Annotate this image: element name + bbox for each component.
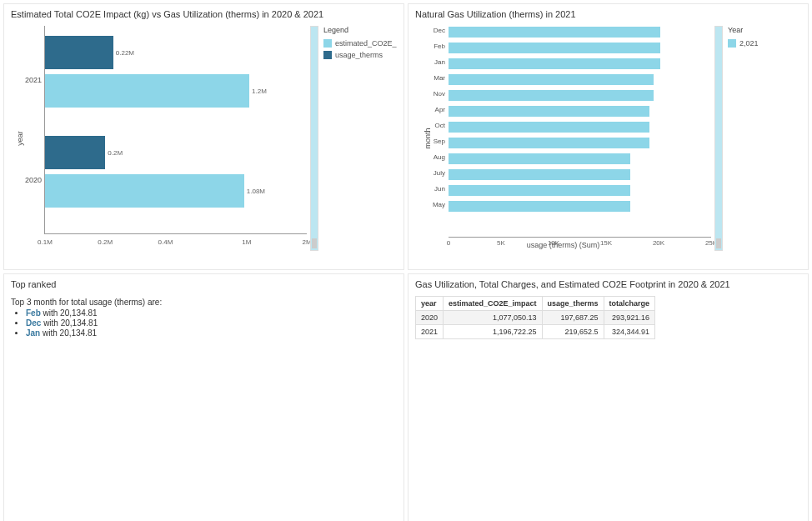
category-2021: 2021 xyxy=(20,76,42,84)
rank-value: with 20,134.81 xyxy=(41,318,98,328)
table-header[interactable]: estimated_CO2E_impact xyxy=(444,297,543,311)
month-label: Aug xyxy=(424,153,445,161)
month-label: Nov xyxy=(424,90,445,98)
legend-label: estimated_CO2E_i... xyxy=(335,39,397,48)
month-bar[interactable] xyxy=(449,43,660,53)
rank-key[interactable]: Jan xyxy=(26,328,40,338)
month-bar[interactable] xyxy=(449,122,649,133)
table-body: 20201,077,050.13197,687.25293,921.162021… xyxy=(416,311,655,339)
chart-area: year 2021 0.22M 1.2M 2020 0.2M 1.08M 0.1… xyxy=(11,26,397,251)
bar-row: Apr xyxy=(449,105,711,118)
table-header-row: yearestimated_CO2E_impactusage_thermstot… xyxy=(416,297,655,311)
month-label: Oct xyxy=(424,122,445,129)
panel-title: Gas Utilization, Total Charges, and Esti… xyxy=(415,279,801,289)
bar-row: Oct xyxy=(449,121,711,133)
legend: Year 2,021 xyxy=(723,26,801,251)
x-axis: 05K10K15K20K25K xyxy=(449,237,711,238)
legend-item-co2e[interactable]: estimated_CO2E_i... xyxy=(323,39,397,48)
month-label: Jun xyxy=(424,185,445,193)
bar-row: July xyxy=(449,168,711,181)
table-cell: 2021 xyxy=(416,325,444,339)
month-bar[interactable] xyxy=(449,106,649,117)
scroll-slider[interactable] xyxy=(714,26,723,251)
bar-2021-co2e[interactable] xyxy=(45,74,249,108)
month-bar[interactable] xyxy=(449,185,630,196)
scroll-slider[interactable] xyxy=(310,26,318,251)
x-tick: 0 xyxy=(447,239,450,247)
table-cell: 219,652.5 xyxy=(542,325,604,339)
x-tick: 0.2M xyxy=(98,238,113,246)
legend-title: Legend xyxy=(323,26,397,34)
table-cell: 324,344.91 xyxy=(604,325,655,339)
legend-title: Year xyxy=(728,26,801,34)
month-bar[interactable] xyxy=(449,58,660,69)
legend-item-year[interactable]: 2,021 xyxy=(728,39,801,48)
plot-area: DecFebJanMarNovAprOctSepAugJulyJunMay xyxy=(449,26,711,226)
month-bar[interactable] xyxy=(449,153,630,164)
x-tick: 0.1M xyxy=(38,238,53,246)
month-bar[interactable] xyxy=(449,201,630,212)
month-label: Mar xyxy=(424,74,445,82)
table-header[interactable]: year xyxy=(416,297,444,311)
rank-value: with 20,134.81 xyxy=(41,308,98,318)
chart-body[interactable]: month DecFebJanMarNovAprOctSepAugJulyJun… xyxy=(415,26,711,251)
legend-label: 2,021 xyxy=(739,39,759,48)
swatch-icon xyxy=(323,39,332,48)
bar-row: Mar xyxy=(449,73,711,86)
bar-row: Aug xyxy=(449,153,711,165)
month-label: Jan xyxy=(424,58,445,66)
bar-2020-usage[interactable] xyxy=(45,136,105,169)
table-header[interactable]: usage_therms xyxy=(542,297,604,311)
plot-area: 2021 0.22M 1.2M 2020 0.2M 1.08M 0.1M 0.2… xyxy=(44,26,307,234)
bar-label: 0.2M xyxy=(108,149,123,157)
chart-area: month DecFebJanMarNovAprOctSepAugJulyJun… xyxy=(415,26,801,251)
rank-item: Dec with 20,134.81 xyxy=(26,318,397,328)
bar-label: 1.2M xyxy=(252,88,267,95)
panel-gas-by-month: Natural Gas Utilization (therms) in 2021… xyxy=(408,3,809,270)
panel-title: Natural Gas Utilization (therms) in 2021 xyxy=(415,9,801,19)
legend-label: usage_therms xyxy=(335,51,383,59)
bar-row: Nov xyxy=(449,89,711,102)
chart-body[interactable]: year 2021 0.22M 1.2M 2020 0.2M 1.08M 0.1… xyxy=(11,26,307,251)
month-label: Sep xyxy=(424,138,445,145)
month-label: Apr xyxy=(424,106,445,113)
month-bar[interactable] xyxy=(449,138,649,148)
table-row[interactable]: 20211,196,722.25219,652.5324,344.91 xyxy=(416,325,655,339)
month-bar[interactable] xyxy=(449,74,654,85)
bar-2020-co2e[interactable] xyxy=(45,174,244,208)
x-tick: 1M xyxy=(242,238,251,246)
table-row[interactable]: 20201,077,050.13197,687.25293,921.16 xyxy=(416,311,655,325)
month-bar[interactable] xyxy=(449,90,654,101)
swatch-icon xyxy=(323,51,332,59)
table-cell: 1,196,722.25 xyxy=(444,325,543,339)
y-axis-label: year xyxy=(16,131,24,146)
bar-label: 1.08M xyxy=(247,188,265,195)
bar-row: Sep xyxy=(449,137,711,149)
month-bar[interactable] xyxy=(449,27,660,38)
x-tick: 5K xyxy=(497,239,505,247)
table-header[interactable]: totalcharge xyxy=(604,297,655,311)
rank-item: Feb with 20,134.81 xyxy=(26,308,397,318)
dashboard: Estimated Total CO2E Impact (kg) vs Gas … xyxy=(0,0,812,521)
swatch-icon xyxy=(728,39,736,48)
legend-item-usage[interactable]: usage_therms xyxy=(323,51,397,59)
x-tick: 0.4M xyxy=(158,238,173,246)
bar-2021-usage[interactable] xyxy=(45,36,113,69)
x-axis-label: usage (therms) (Sum) xyxy=(527,241,600,249)
bar-row: May xyxy=(449,200,711,213)
bar-row: Jan xyxy=(449,58,711,70)
legend: Legend estimated_CO2E_i... usage_therms xyxy=(318,26,397,251)
table-cell: 1,077,050.13 xyxy=(444,311,543,325)
x-tick: 20K xyxy=(653,239,664,247)
panel-title: Top ranked xyxy=(11,279,397,289)
panel-co2e-vs-gas: Estimated Total CO2E Impact (kg) vs Gas … xyxy=(3,3,404,270)
table-cell: 2020 xyxy=(416,311,444,325)
table-cell: 293,921.16 xyxy=(604,311,655,325)
month-bar[interactable] xyxy=(449,169,630,180)
month-label: Dec xyxy=(424,27,445,34)
bar-row: Dec xyxy=(449,26,711,38)
bar-row: Jun xyxy=(449,184,711,197)
rank-key[interactable]: Dec xyxy=(26,318,41,328)
rank-key[interactable]: Feb xyxy=(26,308,41,318)
panel-summary-table: Gas Utilization, Total Charges, and Esti… xyxy=(408,273,809,521)
